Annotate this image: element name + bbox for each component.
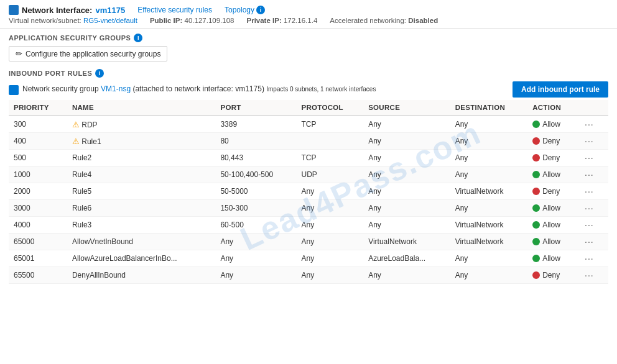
cell-name: Rule4 [67,166,216,183]
cell-menu[interactable]: ··· [577,217,608,234]
cell-port: 150-300 [215,200,296,217]
cell-source: Any [363,183,450,200]
col-destination: DESTINATION [450,100,527,116]
cell-port: Any [215,250,296,267]
inbound-title: INBOUND PORT RULES i [9,69,608,78]
row-menu-btn[interactable]: ··· [582,270,596,280]
ni-name: vm1175 [95,6,125,15]
cell-protocol [297,133,364,150]
topology-section: Topology i [225,6,265,14]
row-menu-btn[interactable]: ··· [582,203,596,213]
cell-port: 50-100,400-500 [215,166,296,183]
inbound-header: Network security group VM1-nsg (attached… [9,81,608,98]
cell-source: Any [363,116,450,133]
private-ip: Private IP: 172.16.1.4 [246,17,317,24]
cell-priority: 65500 [9,267,67,284]
row-menu-btn[interactable]: ··· [582,253,596,263]
cell-source: Any [363,200,450,217]
cell-destination: Any [450,116,527,133]
cell-priority: 500 [9,150,67,166]
cell-menu[interactable]: ··· [577,166,608,183]
row-menu-btn[interactable]: ··· [582,136,596,146]
accelerated-networking: Accelerated networking: Disabled [330,17,438,24]
cell-name: AllowAzureLoadBalancerInBo... [67,250,216,267]
cell-action: Deny [527,183,577,200]
top-bar: Network Interface: vm1175 Effective secu… [0,0,617,29]
cell-destination: Any [450,150,527,166]
cell-priority: 300 [9,116,67,133]
vnet-link[interactable]: RG5-vnet/default [83,17,137,24]
cell-name: DenyAllInBound [67,267,216,284]
cell-destination: Any [450,166,527,183]
add-inbound-rule-btn[interactable]: Add inbound port rule [513,81,608,98]
cell-menu[interactable]: ··· [577,250,608,267]
row-menu-btn[interactable]: ··· [582,237,596,247]
table-row: 400 ⚠ Rule1 80 Any Any Deny ··· [9,133,608,150]
cell-menu[interactable]: ··· [577,133,608,150]
cell-source: Any [363,150,450,166]
col-priority: PRIORITY [9,100,67,116]
col-menu [577,100,608,116]
cell-menu[interactable]: ··· [577,234,608,250]
cell-action: Allow [527,116,577,133]
cell-menu[interactable]: ··· [577,267,608,284]
col-name: NAME [67,100,216,116]
cell-action: Allow [527,166,577,183]
cell-destination: VirtualNetwork [450,234,527,250]
cell-protocol: Any [297,200,364,217]
row-menu-btn[interactable]: ··· [582,220,596,230]
ni-icon [9,5,19,15]
inbound-info-icon[interactable]: i [95,69,104,78]
col-source: SOURCE [363,100,450,116]
nsg-icon [9,85,19,95]
table-row: 65000 AllowVnetInBound Any Any VirtualNe… [9,234,608,250]
inbound-rules-table: PRIORITY NAME PORT PROTOCOL SOURCE DESTI… [9,100,608,284]
cell-name: Rule2 [67,150,216,166]
cell-destination: Any [450,250,527,267]
table-row: 65500 DenyAllInBound Any Any Any Any Den… [9,267,608,284]
cell-priority: 400 [9,133,67,150]
app-security-info-icon[interactable]: i [134,34,142,42]
cell-menu[interactable]: ··· [577,200,608,217]
cell-source: Any [363,133,450,150]
cell-priority: 4000 [9,217,67,234]
row-menu-btn[interactable]: ··· [582,119,596,129]
cell-action: Allow [527,217,577,234]
cell-action: Allow [527,200,577,217]
effective-security-rules-link[interactable]: Effective security rules [137,6,212,14]
table-row: 2000 Rule5 50-5000 Any Any VirtualNetwor… [9,183,608,200]
cell-destination: Any [450,200,527,217]
row-menu-btn[interactable]: ··· [582,153,596,163]
cell-menu[interactable]: ··· [577,183,608,200]
cell-name: ⚠ Rule1 [67,133,216,150]
nsg-impacts: Impacts 0 subnets, 1 network interfaces [266,86,376,93]
topology-link[interactable]: Topology [225,6,254,14]
nsg-info: Network security group VM1-nsg (attached… [9,84,376,95]
cell-priority: 3000 [9,200,67,217]
cell-destination: VirtualNetwork [450,217,527,234]
cell-port: 80,443 [215,150,296,166]
row-menu-btn[interactable]: ··· [582,170,596,180]
col-port: PORT [215,100,296,116]
cell-action: Allow [527,250,577,267]
cell-protocol: Any [297,234,364,250]
cell-action: Deny [527,267,577,284]
configure-app-security-btn[interactable]: ✏ Configure the application security gro… [9,46,167,61]
nsg-name-link[interactable]: VM1-nsg [101,84,131,93]
cell-source: AzureLoadBala... [363,250,450,267]
cell-port: 80 [215,133,296,150]
row-menu-btn[interactable]: ··· [582,186,596,196]
cell-menu[interactable]: ··· [577,116,608,133]
cell-source: Any [363,166,450,183]
cell-name: ⚠ RDP [67,116,216,133]
network-interface-label: Network Interface: vm1175 [9,5,125,15]
cell-menu[interactable]: ··· [577,150,608,166]
topology-info-icon[interactable]: i [256,6,265,14]
cell-protocol: Any [297,267,364,284]
ni-text: Network Interface: [22,6,92,15]
cell-name: Rule3 [67,217,216,234]
cell-protocol: Any [297,217,364,234]
table-row: 4000 Rule3 60-500 Any Any VirtualNetwork… [9,217,608,234]
cell-name: AllowVnetInBound [67,234,216,250]
col-action: ACTION [527,100,577,116]
